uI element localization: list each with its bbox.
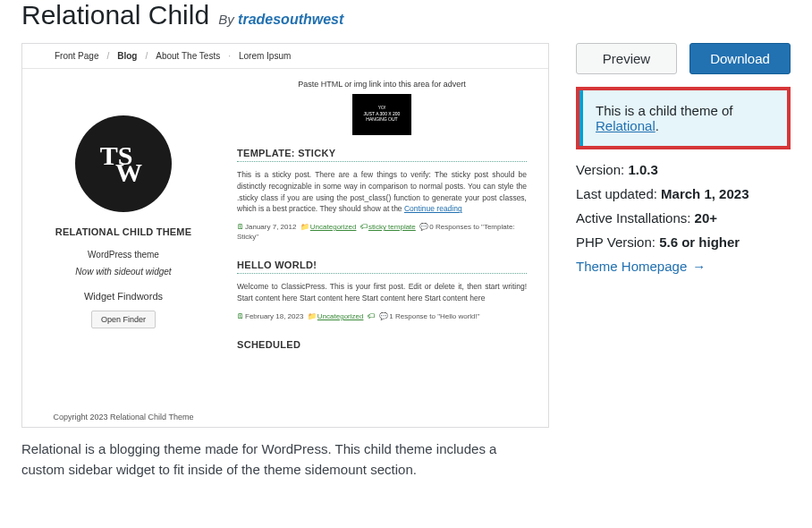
comment-icon: 💬 (419, 223, 428, 231)
post-title: SCHEDULED (237, 339, 527, 350)
logo-icon: TSW (75, 115, 172, 212)
calendar-icon: 🗓 (237, 312, 244, 320)
theme-homepage-link[interactable]: Theme Homepage → (576, 259, 706, 274)
nav-item: Blog (117, 51, 137, 61)
author-link[interactable]: tradesouthwest (238, 12, 343, 27)
post-body: This is a sticky post. There are a few t… (237, 169, 527, 215)
folder-icon: 📁 (300, 223, 309, 231)
tag-icon: 🏷 (368, 312, 375, 320)
folder-icon: 📁 (308, 312, 317, 320)
parent-theme-link[interactable]: Relational (596, 118, 656, 133)
meta-installs: Active Installations: 20+ (576, 210, 791, 226)
theme-description: Relational is a blogging theme made for … (21, 439, 531, 481)
meta-php: PHP Version: 5.6 or higher (576, 234, 791, 250)
subtagline: Now with sideout widget (75, 267, 171, 277)
screenshot-nav: Front Page / Blog / About The Tests · Lo… (22, 44, 548, 69)
advert-label: Paste HTML or img link into this area fo… (237, 80, 527, 89)
preview-button[interactable]: Preview (576, 43, 677, 74)
nav-item: Lorem Ipsum (239, 51, 291, 61)
post-meta: 🗓February 18, 2023 📁Uncategorized 🏷 💬1 R… (237, 311, 527, 321)
theme-screenshot: Front Page / Blog / About The Tests · Lo… (21, 43, 549, 428)
download-button[interactable]: Download (689, 43, 791, 74)
nav-item: Front Page (55, 51, 98, 61)
screenshot-footer: Copyright 2023 Relational Child Theme (22, 413, 224, 422)
post-title: HELLO WORLD! (237, 260, 527, 270)
theme-title: Relational Child (21, 0, 209, 30)
widget-title: Widget Findwords (84, 291, 163, 302)
post-title: TEMPLATE: STICKY (237, 148, 527, 158)
by-label: By tradesouthwest (218, 12, 343, 28)
meta-updated: Last updated: March 1, 2023 (576, 186, 791, 201)
continue-reading-link: Continue reading (404, 204, 462, 213)
post-meta: 🗓January 7, 2012 📁Uncategorized 🏷sticky … (237, 222, 527, 242)
calendar-icon: 🗓 (237, 223, 244, 231)
arrow-right-icon: → (692, 259, 706, 274)
tagline: WordPress theme (88, 250, 159, 260)
advert-placeholder: YO! JUST A 300 X 200 HANGING OUT (352, 94, 411, 135)
tag-icon: 🏷 (360, 223, 368, 231)
screenshot-sidebar: TSW RELATIONAL CHILD THEME WordPress the… (22, 69, 224, 427)
open-finder-button: Open Finder (91, 311, 156, 328)
comment-icon: 💬 (379, 312, 388, 320)
screenshot-content: Paste HTML or img link into this area fo… (224, 69, 548, 427)
meta-version: Version: 1.0.3 (576, 162, 791, 177)
child-theme-notice: This is a child theme of Relational. (576, 87, 791, 149)
site-title: RELATIONAL CHILD THEME (55, 226, 192, 237)
nav-item: About The Tests (156, 51, 220, 61)
post-body: Welcome to ClassicPress. This is your fi… (237, 281, 527, 304)
